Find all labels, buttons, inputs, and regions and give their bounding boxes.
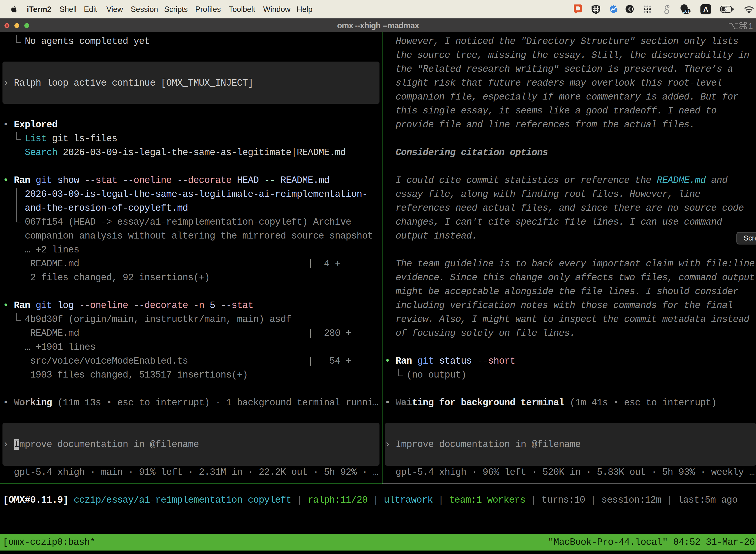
svg-text:1: 1 <box>749 22 753 30</box>
svg-text:..61: ..61 <box>683 9 690 13</box>
